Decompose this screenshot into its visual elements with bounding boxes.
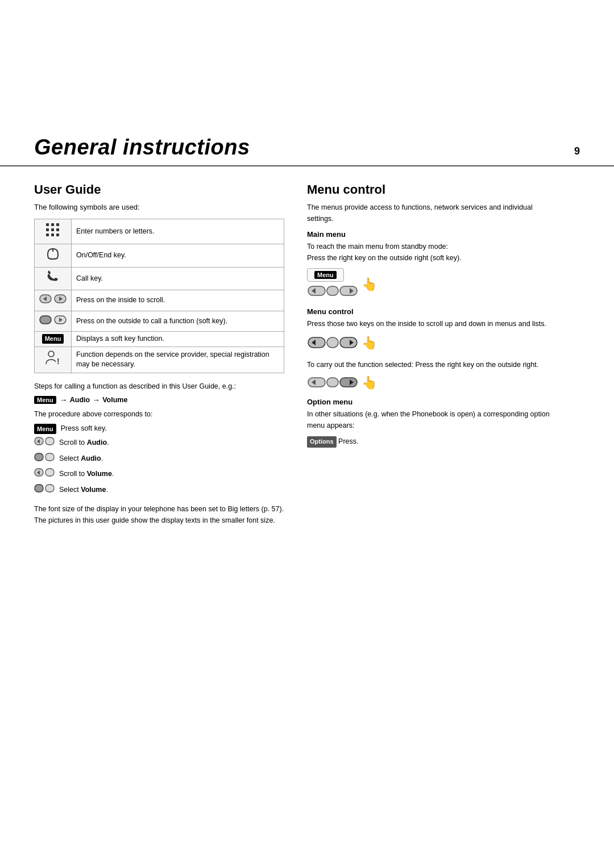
svg-rect-26 [45, 469, 54, 476]
page-number: 9 [574, 145, 580, 160]
call-icon [44, 278, 62, 286]
svg-rect-31 [327, 286, 338, 295]
step-1-text: Press soft key. [61, 423, 107, 434]
symbol-cell [35, 219, 72, 244]
hand-icon-3: 👆 [362, 375, 377, 390]
symbol-description: Call key. [72, 267, 284, 290]
svg-text:!: ! [57, 357, 60, 366]
table-row: Press on the inside to scroll. [35, 290, 284, 311]
svg-rect-32 [340, 286, 357, 295]
svg-rect-22 [35, 453, 43, 461]
svg-rect-1 [51, 223, 54, 226]
symbol-description: Press on the outside to call a function … [72, 311, 284, 332]
svg-rect-7 [51, 233, 54, 236]
table-row: Menu Displays a soft key function. [35, 332, 284, 347]
volume-label: Volume [102, 396, 127, 404]
service-icon: ! [44, 361, 62, 369]
svg-rect-37 [340, 337, 357, 348]
step-1: Menu Press soft key. [34, 423, 284, 435]
step-3: Select Audio. [34, 452, 284, 466]
menu-control-heading: Menu control [307, 182, 557, 197]
arrow-1: → [60, 395, 68, 404]
font-note: The font size of the display in your tel… [34, 503, 284, 526]
table-row: Call key. [35, 267, 284, 290]
svg-rect-6 [46, 233, 49, 236]
options-badge: Options [307, 436, 337, 448]
step-3-text: Select Audio. [59, 453, 103, 464]
menu-label-box: Menu [307, 268, 344, 282]
symbol-cell [35, 311, 72, 332]
menu-badge-path: Menu [34, 396, 56, 404]
step-2: Scroll to Audio. [34, 436, 284, 450]
numpad-icon [44, 232, 61, 240]
symbol-description: On/Off/End key. [72, 244, 284, 268]
symbol-cell [35, 290, 72, 311]
scroll-illustration: 👆 [307, 334, 557, 352]
menu-control-intro: The menus provide access to functions, n… [307, 202, 557, 224]
svg-rect-36 [327, 337, 338, 348]
corresponds-text: The procedure above corresponds to: [34, 409, 284, 420]
nav-keys-main [307, 283, 358, 299]
menu-ctrl-text: Press those two keys on the inside to sc… [307, 318, 557, 329]
svg-rect-29 [308, 286, 325, 295]
right-column: Menu control The menus provide access to… [307, 182, 557, 534]
content-columns: User Guide The following symbols are use… [0, 166, 614, 557]
option-menu-text: In other situations (e.g. when the Phone… [307, 408, 557, 431]
symbol-description: Function depends on the service provider… [72, 347, 284, 373]
main-menu-illustration: Menu 👆 [307, 268, 557, 301]
step-scroll-icon-1 [34, 436, 55, 450]
svg-rect-8 [56, 233, 59, 236]
symbol-table: Enter numbers or letters. [34, 219, 284, 374]
nav-keys-right [307, 375, 358, 391]
table-row: Press on the outside to call a function … [35, 311, 284, 332]
audio-label: Audio [70, 396, 90, 404]
svg-rect-21 [45, 437, 54, 445]
step-list: Menu Press soft key. Scroll to Audio. [34, 423, 284, 497]
step-select-icon-1 [34, 452, 55, 466]
nav-outside-icon [39, 320, 67, 328]
step-select-icon-2 [34, 483, 55, 497]
step-2-text: Scroll to Audio. [59, 437, 109, 448]
title-section: General instructions 9 [0, 125, 614, 166]
svg-rect-42 [340, 378, 357, 387]
left-column: User Guide The following symbols are use… [34, 182, 284, 534]
option-menu-action: Options Press. [307, 436, 557, 448]
svg-rect-41 [327, 378, 338, 387]
menu-display-box: Menu [307, 268, 358, 301]
page: General instructions 9 User Guide The fo… [0, 125, 614, 868]
svg-rect-34 [308, 337, 325, 348]
nav-inside-icon [39, 299, 67, 307]
step-5-text: Select Volume. [59, 485, 108, 495]
user-guide-intro: The following symbols are used: [34, 202, 284, 213]
svg-rect-2 [56, 223, 59, 226]
step-5: Select Volume. [34, 483, 284, 497]
power-icon [44, 255, 62, 263]
symbol-description: Press on the inside to scroll. [72, 290, 284, 311]
main-menu-subheading: Main menu [307, 230, 557, 239]
svg-point-17 [48, 351, 54, 357]
symbol-cell: ! [35, 347, 72, 373]
page-title: General instructions [34, 135, 250, 160]
svg-rect-27 [35, 485, 43, 492]
svg-rect-14 [40, 316, 51, 324]
menu-badge-illus: Menu [314, 271, 337, 279]
symbol-cell [35, 267, 72, 290]
menu-ctrl-subheading: Menu control [307, 307, 557, 316]
hand-icon-1: 👆 [362, 277, 377, 292]
svg-rect-39 [308, 378, 325, 387]
right-key-illustration: 👆 [307, 375, 557, 391]
svg-rect-28 [45, 485, 54, 492]
table-row: ! Function depends on the service provid… [35, 347, 284, 373]
arrow-path: Menu → Audio → Volume [34, 395, 284, 404]
nav-keys-scroll [307, 334, 358, 352]
main-menu-text1: To reach the main menu from standby mode… [307, 241, 557, 264]
symbol-cell: Menu [35, 332, 72, 347]
user-guide-heading: User Guide [34, 182, 284, 197]
carry-out-text: To carry out the function selected: Pres… [307, 359, 557, 370]
symbol-description: Enter numbers or letters. [72, 219, 284, 244]
svg-rect-5 [56, 228, 59, 231]
svg-rect-3 [46, 228, 49, 231]
arrow-2: → [92, 395, 100, 404]
step-scroll-icon-2 [34, 468, 55, 481]
svg-rect-23 [45, 453, 54, 461]
